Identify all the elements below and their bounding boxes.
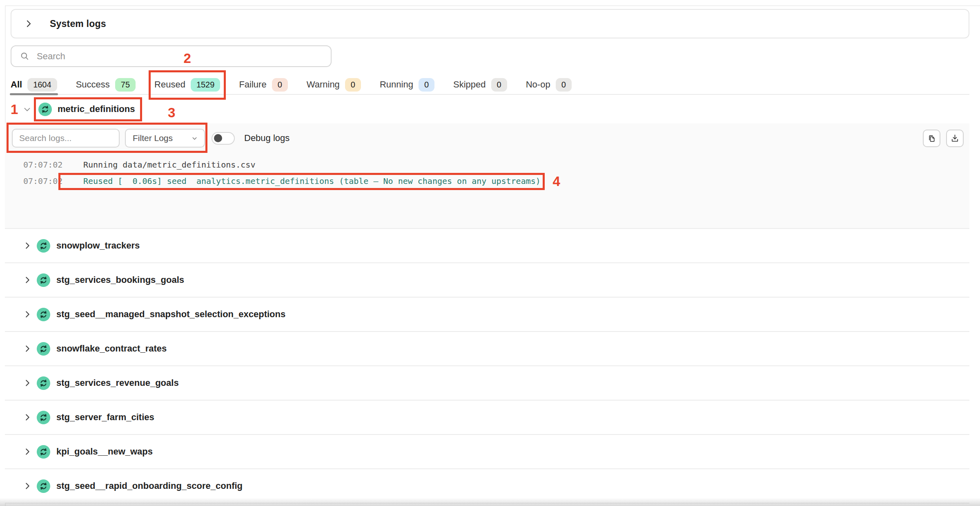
reused-status-icon — [37, 239, 50, 253]
system-logs-card[interactable]: System logs — [11, 9, 969, 38]
tab-label: No-op — [526, 79, 550, 90]
list-item-label: stg_server_farm_cities — [56, 412, 154, 423]
chevron-right-icon — [23, 378, 32, 387]
chevron-right-icon — [24, 19, 33, 29]
list-item-label: kpi_goals__new_waps — [56, 446, 153, 457]
tab-failure[interactable]: Failure 0 — [239, 75, 287, 94]
chevron-right-icon — [23, 481, 32, 490]
filter-logs-dropdown[interactable]: Filter Logs — [125, 129, 205, 148]
log-line: 07:07:02 Reused [ 0.06s] seed analytics.… — [12, 173, 964, 189]
tab-label: Success — [76, 79, 110, 90]
reused-log-target: Reused [ 0.06s] seed analytics.metric_de… — [62, 176, 541, 186]
log-filter-controls: Filter Logs 3 — [12, 129, 205, 148]
tab-reused[interactable]: Reused 1529 2 — [154, 75, 220, 94]
list-item-snowflake-contract-rates[interactable]: snowflake_contract_rates — [5, 332, 969, 366]
global-search — [11, 45, 332, 67]
chevron-right-icon — [23, 344, 32, 353]
reused-status-icon — [37, 479, 50, 493]
tab-label: Reused — [154, 79, 185, 90]
log-message-reused: Reused [ 0.06s] seed analytics.metric_de… — [83, 176, 541, 186]
log-output: 07:07:02 Running data/metric_definitions… — [12, 157, 964, 189]
list-item-stg-server-farm-cities[interactable]: stg_server_farm_cities — [5, 401, 969, 435]
tab-label: Warning — [307, 79, 340, 90]
list-item-label: stg_seed__managed_snapshot_selection_exc… — [56, 309, 285, 320]
log-line: 07:07:02 Running data/metric_definitions… — [12, 157, 964, 173]
reused-status-icon — [37, 411, 50, 424]
tab-skipped[interactable]: Skipped 0 — [453, 75, 507, 94]
tab-count-badge: 0 — [272, 78, 288, 92]
chevron-right-icon — [23, 447, 32, 456]
list-item-label: stg_services_bookings_goals — [56, 275, 184, 285]
tab-noop[interactable]: No-op 0 — [526, 75, 572, 94]
tab-label: Failure — [239, 79, 266, 90]
copy-logs-button[interactable] — [923, 130, 940, 147]
tab-label: Running — [380, 79, 413, 90]
content-area: System logs All 1604 Success 75 Reused 1… — [5, 5, 980, 506]
tab-success[interactable]: Success 75 — [76, 75, 136, 94]
tab-count-badge: 0 — [491, 78, 507, 92]
expanded-item-target: metric_definitions — [35, 99, 141, 120]
chevron-right-icon — [23, 310, 32, 319]
log-panel: Filter Logs 3 Debug logs — [5, 123, 969, 229]
list-item-label: stg_services_revenue_goals — [56, 378, 179, 388]
tab-count-badge: 1604 — [27, 78, 57, 92]
chevron-down-icon[interactable] — [23, 105, 31, 114]
page-title: System logs — [50, 18, 106, 29]
tab-all[interactable]: All 1604 — [11, 75, 57, 94]
debug-logs-label: Debug logs — [244, 133, 290, 143]
list-item-label: snowplow_trackers — [56, 240, 140, 251]
chevron-right-icon — [23, 275, 32, 284]
tab-count-badge: 0 — [556, 78, 572, 92]
list-item-stg-services-revenue-goals[interactable]: stg_services_revenue_goals — [5, 366, 969, 401]
reused-status-icon — [37, 342, 50, 356]
list-item-stg-seed-managed-snapshot-selection-exceptions[interactable]: stg_seed__managed_snapshot_selection_exc… — [5, 298, 969, 332]
expanded-item-label: metric_definitions — [58, 104, 135, 114]
tab-count-badge: 0 — [345, 78, 361, 92]
list-item-kpi-goals-new-waps[interactable]: kpi_goals__new_waps — [5, 435, 969, 469]
reused-status-icon — [37, 445, 50, 459]
annotation-number-1: 1 — [11, 103, 18, 116]
reused-status-icon — [37, 376, 50, 390]
reused-status-icon — [37, 308, 50, 321]
tab-label: Skipped — [453, 79, 486, 90]
list-item-label: snowflake_contract_rates — [56, 343, 167, 354]
tab-count-badge: 75 — [115, 78, 136, 92]
copy-icon — [927, 134, 936, 143]
tab-count-badge: 1529 — [191, 78, 220, 92]
system-logs-page: System logs All 1604 Success 75 Reused 1… — [0, 0, 980, 506]
debug-logs-toggle[interactable] — [212, 132, 235, 145]
log-timestamp: 07:07:02 — [23, 160, 62, 170]
status-tabs: All 1604 Success 75 Reused 1529 2 Failur… — [11, 75, 969, 95]
download-logs-button[interactable] — [946, 130, 964, 147]
tab-running[interactable]: Running 0 — [380, 75, 434, 94]
chevron-right-icon — [23, 241, 32, 250]
list-item-stg-services-bookings-goals[interactable]: stg_services_bookings_goals — [5, 263, 969, 298]
filter-logs-label: Filter Logs — [133, 133, 173, 143]
log-search-input[interactable] — [12, 129, 120, 148]
list-item-stg-seed-rapid-onboarding-score-config[interactable]: stg_seed__rapid_onboarding_score_config — [5, 469, 969, 504]
toggle-knob — [214, 134, 222, 142]
annotation-number-4: 4 — [552, 175, 560, 188]
list-item-label: stg_seed__rapid_onboarding_score_config — [56, 481, 243, 491]
list-item-snowplow-trackers[interactable]: snowplow_trackers — [5, 229, 969, 263]
tab-warning[interactable]: Warning 0 — [307, 75, 361, 94]
log-message: Running data/metric_definitions.csv — [83, 160, 255, 170]
reused-status-icon — [38, 103, 52, 116]
item-list: snowplow_trackers stg_services_bookings_… — [5, 229, 980, 504]
chevron-right-icon — [23, 413, 32, 422]
log-toolbar: Filter Logs 3 Debug logs — [12, 129, 964, 148]
expanded-item-row[interactable]: 1 metric_definitions — [5, 95, 980, 123]
log-timestamp: 07:07:02 — [23, 176, 62, 186]
reused-status-icon — [37, 273, 50, 287]
tab-label: All — [11, 79, 22, 90]
search-input[interactable] — [37, 51, 323, 62]
tab-count-badge: 0 — [419, 78, 434, 92]
chevron-down-icon — [191, 135, 198, 142]
search-icon — [20, 51, 30, 61]
download-icon — [950, 134, 960, 143]
